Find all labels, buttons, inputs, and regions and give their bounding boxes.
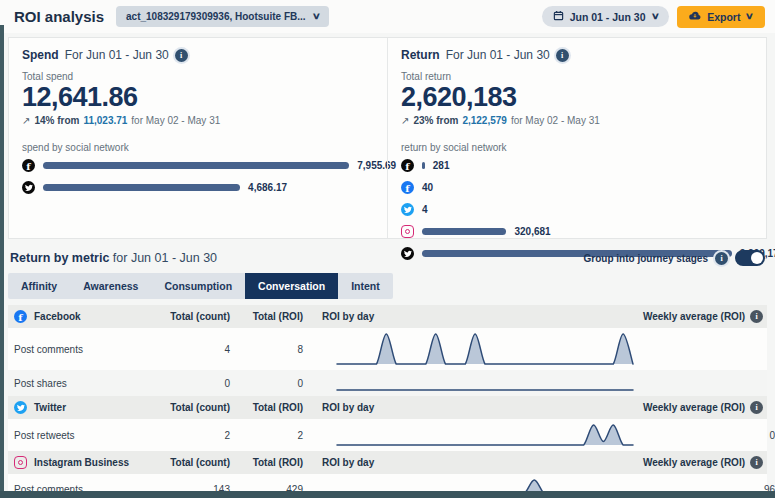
spend-title: Spend For Jun 01 - Jun 30 i bbox=[22, 48, 374, 62]
metric-label: Post retweets bbox=[8, 430, 158, 441]
spend-bar bbox=[43, 184, 240, 191]
network-group-name: Instagram Business bbox=[8, 456, 158, 469]
column-total-roi: Total (ROI) bbox=[230, 402, 303, 413]
roi-by-day-sparkline bbox=[303, 421, 635, 449]
metric-label: Post comments bbox=[8, 344, 158, 355]
page-title: ROI analysis bbox=[14, 8, 104, 25]
date-range-picker[interactable]: Jun 01 - Jun 30 ∨ bbox=[542, 6, 669, 27]
group-name-label: Instagram Business bbox=[34, 457, 129, 468]
tab-affinity[interactable]: Affinity bbox=[8, 273, 70, 299]
spend-bar-row: f7,955.69 bbox=[22, 159, 374, 172]
facebook-icon: f bbox=[14, 310, 27, 323]
column-roi-by-day: ROI by day bbox=[303, 311, 607, 322]
spend-bar-row: 4,686.17 bbox=[22, 181, 374, 194]
spend-network-bars: f7,955.694,686.17 bbox=[22, 159, 374, 194]
previous-value-link[interactable]: 11,023.71 bbox=[83, 115, 127, 126]
twitter-icon bbox=[22, 181, 35, 194]
return-trend: ↗ 23% from 2,122,579 for May 02 - May 31 bbox=[401, 115, 753, 126]
chevron-down-icon: ∨ bbox=[311, 12, 320, 21]
info-icon[interactable]: i bbox=[750, 401, 763, 414]
table-row: Post retweets220.45 bbox=[8, 419, 767, 451]
network-group-name: Twitter bbox=[8, 401, 158, 414]
network-group-name: fFacebook bbox=[8, 310, 158, 323]
total-count-value: 0 bbox=[158, 378, 230, 389]
group-journey-stages-label: Group into journey stages bbox=[584, 253, 708, 264]
info-icon[interactable]: i bbox=[750, 310, 763, 323]
date-range-label: Jun 01 - Jun 30 bbox=[570, 11, 646, 23]
trend-up-icon: ↗ bbox=[22, 115, 30, 126]
roi-by-day-sparkline bbox=[303, 372, 635, 394]
cloud-download-icon bbox=[689, 11, 701, 23]
column-weekly-average: Weekly average (ROI)i bbox=[607, 456, 767, 469]
column-roi-by-day: ROI by day bbox=[303, 402, 607, 413]
previous-value-link[interactable]: 2,122,579 bbox=[462, 115, 507, 126]
toggle-knob bbox=[751, 252, 763, 264]
spend-panel: Spend For Jun 01 - Jun 30 i Total spend … bbox=[9, 38, 387, 238]
journey-stages-toggle[interactable] bbox=[735, 250, 765, 266]
weekly-average-label: Weekly average (ROI) bbox=[643, 402, 745, 413]
return-title: Return For Jun 01 - Jun 30 i bbox=[401, 48, 753, 62]
tab-conversation[interactable]: Conversation bbox=[245, 273, 338, 299]
total-spend-value: 12,641.86 bbox=[22, 82, 374, 113]
tab-consumption[interactable]: Consumption bbox=[151, 273, 245, 299]
tab-intent[interactable]: Intent bbox=[338, 273, 393, 299]
spend-bar bbox=[43, 162, 349, 169]
instagram-icon bbox=[401, 225, 414, 238]
table-group-header: fFacebookTotal (count)Total (ROI)ROI by … bbox=[8, 305, 767, 328]
spend-bars-label: spend by social network bbox=[22, 142, 374, 153]
total-count-value: 4 bbox=[158, 344, 230, 355]
table-group-header: Instagram BusinessTotal (count)Total (RO… bbox=[8, 451, 767, 474]
twitter-icon bbox=[14, 401, 27, 414]
weekly-average-value: 1.8 bbox=[635, 344, 775, 355]
chevron-down-icon: ∨ bbox=[650, 12, 659, 21]
weekly-average-value: 0 bbox=[635, 378, 775, 389]
export-label: Export bbox=[707, 11, 740, 23]
info-icon[interactable]: i bbox=[750, 456, 763, 469]
window-edge-left bbox=[0, 25, 4, 498]
return-bar bbox=[422, 228, 506, 235]
return-bars-label: return by social network bbox=[401, 142, 753, 153]
account-dropdown[interactable]: act_108329179309936, Hootsuite FB... ∨ bbox=[116, 6, 329, 27]
window-edge-bottom bbox=[0, 491, 775, 498]
bar-value: 4 bbox=[422, 204, 428, 215]
weekly-average-label: Weekly average (ROI) bbox=[643, 457, 745, 468]
group-name-label: Facebook bbox=[34, 311, 81, 322]
bar-value: 281 bbox=[433, 160, 450, 171]
column-total-roi: Total (ROI) bbox=[230, 311, 303, 322]
table-row: Post shares000 bbox=[8, 370, 767, 396]
weekly-average-value: 0.45 bbox=[635, 430, 775, 441]
calendar-icon bbox=[553, 10, 564, 23]
tab-awareness[interactable]: Awareness bbox=[70, 273, 151, 299]
column-weekly-average: Weekly average (ROI)i bbox=[607, 310, 767, 323]
weekly-average-label: Weekly average (ROI) bbox=[643, 311, 745, 322]
column-weekly-average: Weekly average (ROI)i bbox=[607, 401, 767, 414]
info-icon[interactable]: i bbox=[715, 252, 728, 265]
chevron-down-icon: ∨ bbox=[745, 12, 754, 21]
bar-value: 4,686.17 bbox=[248, 182, 287, 193]
export-button[interactable]: Export ∨ bbox=[677, 6, 765, 28]
column-total-count: Total (count) bbox=[158, 402, 230, 413]
return-by-metric-title: Return by metric for Jun 01 - Jun 30 bbox=[10, 251, 217, 265]
group-name-label: Twitter bbox=[34, 402, 66, 413]
bar-value: 40 bbox=[422, 182, 433, 193]
account-dropdown-label: act_108329179309936, Hootsuite FB... bbox=[126, 11, 306, 22]
twitter-icon bbox=[401, 203, 414, 216]
facebook-icon: f bbox=[401, 159, 414, 172]
info-icon[interactable]: i bbox=[556, 49, 569, 62]
trend-percent: 14% from bbox=[34, 115, 79, 126]
twitter-icon bbox=[401, 247, 414, 260]
instagram-icon bbox=[14, 456, 27, 469]
column-total-count: Total (count) bbox=[158, 311, 230, 322]
spend-trend: ↗ 14% from 11,023.71 for May 02 - May 31 bbox=[22, 115, 374, 126]
table-row: Post comments481.8 bbox=[8, 328, 767, 370]
return-bar bbox=[422, 162, 425, 169]
info-icon[interactable]: i bbox=[175, 49, 188, 62]
facebook-icon: f bbox=[401, 181, 414, 194]
metric-tabs: AffinityAwarenessConsumptionConversation… bbox=[8, 273, 393, 299]
total-roi-value: 8 bbox=[230, 344, 303, 355]
trend-percent: 23% from bbox=[413, 115, 458, 126]
facebook-icon: f bbox=[22, 159, 35, 172]
column-total-count: Total (count) bbox=[158, 457, 230, 468]
table-group-header: TwitterTotal (count)Total (ROI)ROI by da… bbox=[8, 396, 767, 419]
return-by-metric-header: Return by metric for Jun 01 - Jun 30 Gro… bbox=[10, 250, 765, 266]
